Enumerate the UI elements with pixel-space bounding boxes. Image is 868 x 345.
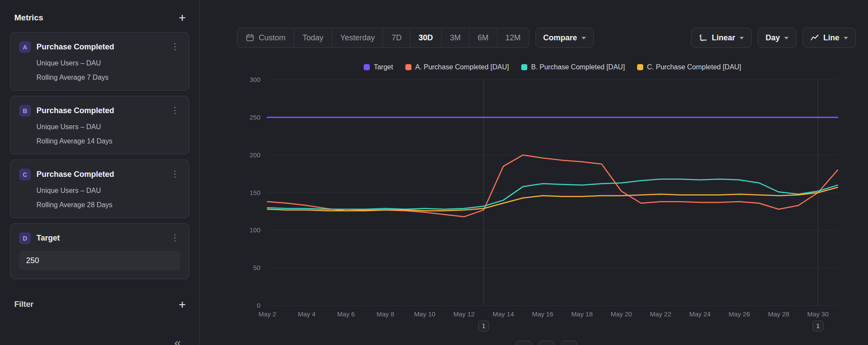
y-axis-tick-label: 50 [253, 264, 260, 271]
chart-type-label: Line [823, 33, 839, 42]
y-axis-tick-label: 250 [250, 114, 260, 121]
metric-measure[interactable]: Unique Users – DAU [36, 123, 180, 131]
y-axis-tick-label: 200 [250, 151, 260, 159]
metric-title: Purchase Completed [36, 170, 114, 179]
metrics-sidebar: Metrics + A Purchase Completed ⋮ Unique … [0, 0, 200, 345]
range-custom-button[interactable]: Custom [237, 28, 294, 47]
compare-label: Compare [543, 33, 577, 42]
axis-scale-icon [699, 33, 707, 42]
range-label: Today [302, 33, 323, 42]
y-axis-tick-label: 0 [257, 302, 260, 309]
add-filter-button[interactable]: + [178, 300, 187, 309]
plus-icon: + [179, 298, 186, 311]
target-title: Target [36, 234, 60, 243]
range-label: Yesterday [340, 33, 375, 42]
range-label: 30D [418, 33, 433, 42]
kebab-icon: ⋮ [171, 169, 179, 179]
legend-label: C. Purchase Completed [DAU] [647, 63, 741, 71]
metric-measure[interactable]: Unique Users – DAU [36, 59, 180, 67]
metrics-header: Metrics [14, 13, 43, 23]
insights-line-chart[interactable]: 050100150200250300May 2May 4May 6May 8Ma… [200, 74, 868, 345]
series-line-a[interactable] [267, 155, 838, 217]
x-axis-tick-label: May 18 [571, 310, 592, 318]
range-label: Custom [259, 33, 286, 42]
x-axis-tick-label: May 8 [376, 310, 394, 318]
bottom-action-button-1[interactable] [516, 341, 532, 345]
range-yesterday-button[interactable]: Yesterday [332, 28, 383, 47]
chart-bottom-actions [516, 341, 577, 345]
kebab-icon: ⋮ [171, 105, 179, 115]
target-value-input[interactable] [19, 251, 180, 270]
series-line-c[interactable] [267, 187, 838, 211]
bottom-action-button-3[interactable] [561, 341, 577, 345]
y-axis-tick-label: 150 [250, 189, 260, 196]
legend-label: Target [374, 63, 393, 71]
chart-toolbar: Custom Today Yesterday 7D 30D 3M 6M 12M … [237, 28, 856, 48]
metric-card-c[interactable]: C Purchase Completed ⋮ Unique Users – DA… [10, 159, 189, 218]
annotation-marker-label[interactable]: 1 [482, 322, 486, 329]
range-7d-button[interactable]: 7D [383, 28, 410, 47]
chevron-down-icon [844, 37, 848, 39]
x-axis-tick-label: May 24 [689, 310, 710, 318]
x-axis-tick-label: May 12 [454, 310, 475, 318]
metric-options-button[interactable]: ⋮ [167, 167, 183, 181]
metric-options-button[interactable]: ⋮ [167, 39, 183, 53]
chart-type-selector-button[interactable]: Line [802, 28, 856, 48]
range-label: 7D [391, 33, 401, 42]
calendar-icon [246, 33, 254, 42]
x-axis-tick-label: May 4 [298, 310, 316, 318]
range-today-button[interactable]: Today [294, 28, 332, 47]
x-axis-tick-label: May 2 [259, 310, 276, 318]
metric-badge: C [19, 169, 31, 180]
legend-label: B. Purchase Completed [DAU] [531, 63, 625, 71]
granularity-selector-button[interactable]: Day [758, 28, 796, 48]
scale-label: Linear [712, 33, 735, 42]
x-axis-tick-label: May 14 [493, 310, 514, 318]
chevron-down-icon [582, 37, 586, 39]
metric-title: Purchase Completed [36, 42, 114, 52]
legend-item-a[interactable]: A. Purchase Completed [DAU] [405, 63, 509, 71]
range-label: 12M [506, 33, 521, 42]
x-axis-tick-label: May 6 [337, 310, 355, 318]
metric-options-button[interactable]: ⋮ [167, 103, 183, 117]
legend-item-c[interactable]: C. Purchase Completed [DAU] [637, 63, 741, 71]
legend-item-b[interactable]: B. Purchase Completed [DAU] [521, 63, 625, 71]
metric-badge: A [19, 41, 31, 53]
chart-legend: Target A. Purchase Completed [DAU] B. Pu… [267, 63, 838, 71]
x-axis-tick-label: May 30 [807, 310, 829, 318]
range-12m-button[interactable]: 12M [497, 28, 529, 47]
metric-rolling-average[interactable]: Rolling Average 28 Days [36, 201, 180, 209]
legend-swatch [364, 64, 370, 70]
date-range-segmented-control: Custom Today Yesterday 7D 30D 3M 6M 12M [237, 28, 529, 48]
metric-card-a[interactable]: A Purchase Completed ⋮ Unique Users – DA… [10, 32, 189, 91]
scale-selector-button[interactable]: Linear [691, 28, 752, 48]
collapse-icon: « [174, 336, 181, 345]
add-metric-button[interactable]: + [178, 13, 187, 22]
range-label: 3M [450, 33, 461, 42]
metric-options-button[interactable]: ⋮ [167, 231, 183, 244]
chevron-down-icon [784, 37, 789, 39]
metric-rolling-average[interactable]: Rolling Average 14 Days [36, 137, 180, 145]
x-axis-tick-label: May 22 [650, 310, 671, 318]
annotation-marker-label[interactable]: 1 [816, 322, 820, 329]
range-6m-button[interactable]: 6M [469, 28, 497, 47]
chevron-down-icon [740, 37, 744, 39]
filter-header: Filter [14, 300, 33, 309]
granularity-label: Day [766, 33, 780, 42]
range-3m-button[interactable]: 3M [441, 28, 469, 47]
bottom-action-button-2[interactable] [538, 341, 555, 345]
legend-item-target[interactable]: Target [364, 63, 393, 71]
collapse-sidebar-button[interactable]: « [171, 335, 184, 345]
x-axis-tick-label: May 28 [768, 310, 789, 318]
kebab-icon: ⋮ [171, 42, 179, 51]
metric-badge: B [19, 105, 31, 117]
metric-measure[interactable]: Unique Users – DAU [36, 187, 180, 195]
metric-card-b[interactable]: B Purchase Completed ⋮ Unique Users – DA… [10, 96, 189, 154]
target-card[interactable]: D Target ⋮ [10, 223, 189, 279]
x-axis-tick-label: May 26 [729, 310, 750, 318]
range-30d-button[interactable]: 30D [410, 28, 441, 47]
chart-area[interactable]: 050100150200250300May 2May 4May 6May 8Ma… [200, 74, 868, 345]
metric-rolling-average[interactable]: Rolling Average 7 Days [36, 74, 180, 81]
compare-button[interactable]: Compare [536, 28, 594, 48]
legend-swatch [405, 64, 411, 70]
